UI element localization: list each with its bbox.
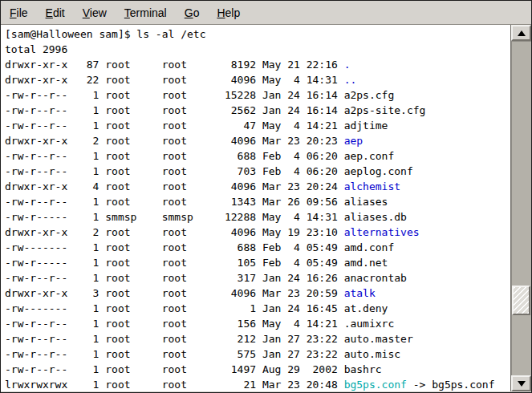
terminal-line: drwxr-xr-x 22 root root 4096 May 4 14:31… [5, 72, 510, 87]
terminal-line: drwxr-xr-x 2 root root 4096 Mar 23 20:23… [5, 133, 510, 148]
scrollbar-track[interactable] [511, 41, 531, 375]
terminal-text: -rw-r----- 1 root root 105 Feb 4 05:49 [5, 257, 344, 269]
terminal-text: a2ps.cfg [344, 89, 395, 101]
terminal-text: at.deny [344, 302, 388, 314]
terminal-text: a2ps-site.cfg [344, 104, 426, 116]
terminal-line: -rw------- 1 root root 688 Feb 4 05:49 a… [5, 240, 510, 255]
terminal-text: -rw-r--r-- 1 root root 317 Jan 24 16:26 [5, 272, 344, 284]
terminal-text: -rw-r--r-- 1 root root 688 Feb 4 06:20 [5, 150, 344, 162]
terminal-line: -rw-r----- 1 smmsp smmsp 12288 May 4 14:… [5, 209, 510, 225]
scrollbar-thumb[interactable] [512, 286, 530, 315]
terminal-line: drwxr-xr-x 3 root root 4096 Mar 23 20:59… [5, 286, 510, 301]
directory-name: atalk [344, 287, 376, 299]
down-arrow-icon [518, 381, 526, 387]
terminal-text: aeplog.conf [344, 165, 413, 177]
terminal-text: -rw-r--r-- 1 root root 1497 Aug 29 2002 [5, 363, 344, 375]
terminal-text: -> bg5ps.conf [407, 379, 495, 391]
terminal-text: drwxr-xr-x 2 root root 4096 Mar 23 20:23 [5, 135, 344, 147]
menu-item-file[interactable]: File [1, 4, 37, 22]
terminal-line: -rw-r--r-- 1 root root 212 Jan 27 23:22 … [5, 331, 510, 346]
terminal-text: -rw-r--r-- 1 root root 212 Jan 27 23:22 [5, 333, 344, 345]
terminal-text: -rw------- 1 root root 1 Jan 24 16:45 [5, 302, 344, 314]
terminal-line: -rw-r--r-- 1 root root 1497 Aug 29 2002 … [5, 362, 510, 377]
terminal-text: -rw-r--r-- 1 root root 703 Feb 4 06:20 [5, 165, 344, 177]
terminal-content: [sam@Halloween sam]$ ls -al /etctotal 29… [1, 25, 531, 391]
terminal-text: aliases [344, 196, 388, 208]
terminal-text: -rw-r--r-- 1 root root 1343 Mar 26 09:56 [5, 196, 344, 208]
terminal-text: -rw------- 1 root root 688 Feb 4 05:49 [5, 241, 344, 253]
terminal-text: lrwxrwxrwx 1 root root 21 Mar 23 20:48 [5, 379, 344, 391]
terminal-text: -rw-r--r-- 1 root root 575 Jan 27 23:22 [5, 348, 344, 360]
terminal-text: amd.net [344, 257, 388, 269]
terminal-text: -rw-r--r-- 1 root root 2562 Jan 24 16:14 [5, 104, 344, 116]
terminal-line: -rw-r--r-- 1 root root 156 May 4 14:21 .… [5, 316, 510, 331]
terminal-text: -rw-r--r-- 1 root root 15228 Jan 24 16:1… [5, 89, 344, 101]
terminal-text: drwxr-xr-x 4 root root 4096 Mar 23 20:24 [5, 180, 344, 192]
scrollbar [510, 25, 531, 391]
terminal-line: -rw-r--r-- 1 root root 1343 Mar 26 09:56… [5, 194, 510, 209]
terminal-line: total 2996 [5, 42, 510, 57]
symlink-name: bg5ps.conf [344, 379, 407, 391]
up-arrow-icon [518, 30, 526, 36]
terminal-text: aliases.db [344, 211, 407, 223]
terminal-line: -rw-r--r-- 1 root root 2562 Jan 24 16:14… [5, 103, 510, 118]
menu-item-view[interactable]: View [74, 4, 116, 22]
menu-item-help[interactable]: Help [208, 4, 249, 22]
directory-name: . [344, 59, 351, 71]
terminal-output[interactable]: [sam@Halloween sam]$ ls -al /etctotal 29… [1, 25, 510, 391]
terminal-text: drwxr-xr-x 22 root root 4096 May 4 14:31 [5, 74, 344, 86]
terminal-line: -rw-r--r-- 1 root root 688 Feb 4 06:20 a… [5, 148, 510, 164]
directory-name: alternatives [344, 226, 420, 238]
menu-bar: FileEditViewTerminalGoHelp [1, 1, 531, 25]
terminal-line: drwxr-xr-x 2 root root 4096 May 19 23:10… [5, 225, 510, 240]
terminal-text: anacrontab [344, 272, 407, 284]
terminal-text: total 2996 [5, 43, 67, 55]
directory-name: aep [344, 135, 363, 147]
terminal-line: -rw-r--r-- 1 root root 703 Feb 4 06:20 a… [5, 164, 510, 179]
menu-item-terminal[interactable]: Terminal [116, 4, 176, 22]
terminal-text: amd.conf [344, 241, 395, 253]
terminal-text: adjtime [344, 120, 388, 132]
terminal-text: -rw-r--r-- 1 root root 47 May 4 14:21 [5, 120, 344, 132]
terminal-text: drwxr-xr-x 2 root root 4096 May 19 23:10 [5, 226, 344, 238]
menu-item-go[interactable]: Go [176, 4, 209, 22]
directory-name: alchemist [344, 180, 400, 192]
terminal-text: [sam@Halloween sam]$ ls -al /etc [5, 28, 205, 40]
directory-name: .. [344, 74, 357, 86]
terminal-text: drwxr-xr-x 3 root root 4096 Mar 23 20:59 [5, 287, 344, 299]
terminal-line: -rw-r--r-- 1 root root 15228 Jan 24 16:1… [5, 87, 510, 103]
terminal-text: -rw-r----- 1 smmsp smmsp 12288 May 4 14:… [5, 211, 344, 223]
terminal-text: auto.master [344, 333, 413, 345]
terminal-line: drwxr-xr-x 4 root root 4096 Mar 23 20:24… [5, 179, 510, 194]
terminal-line: drwxr-xr-x 87 root root 8192 May 21 22:1… [5, 57, 510, 72]
terminal-text: aep.conf [344, 150, 395, 162]
terminal-text: auto.misc [344, 348, 400, 360]
terminal-text: drwxr-xr-x 87 root root 8192 May 21 22:1… [5, 59, 344, 71]
terminal-line: -rw-r--r-- 1 root root 575 Jan 27 23:22 … [5, 346, 510, 362]
scroll-up-button[interactable] [511, 25, 531, 41]
prompt-line: [sam@Halloween sam]$ ls -al /etc [5, 26, 510, 42]
terminal-text: -rw-r--r-- 1 root root 156 May 4 14:21 [5, 318, 344, 330]
terminal-line: -rw-r----- 1 root root 105 Feb 4 05:49 a… [5, 255, 510, 270]
terminal-window: FileEditViewTerminalGoHelp [sam@Hallowee… [0, 0, 532, 393]
terminal-text: .aumixrc [344, 318, 395, 330]
terminal-line: lrwxrwxrwx 1 root root 21 Mar 23 20:48 b… [5, 377, 510, 391]
terminal-line: -rw-r--r-- 1 root root 317 Jan 24 16:26 … [5, 270, 510, 286]
menu-item-edit[interactable]: Edit [37, 4, 74, 22]
scroll-down-button[interactable] [511, 375, 531, 391]
terminal-text: bashrc [344, 363, 382, 375]
terminal-line: -rw-r--r-- 1 root root 47 May 4 14:21 ad… [5, 118, 510, 133]
terminal-line: -rw------- 1 root root 1 Jan 24 16:45 at… [5, 301, 510, 316]
